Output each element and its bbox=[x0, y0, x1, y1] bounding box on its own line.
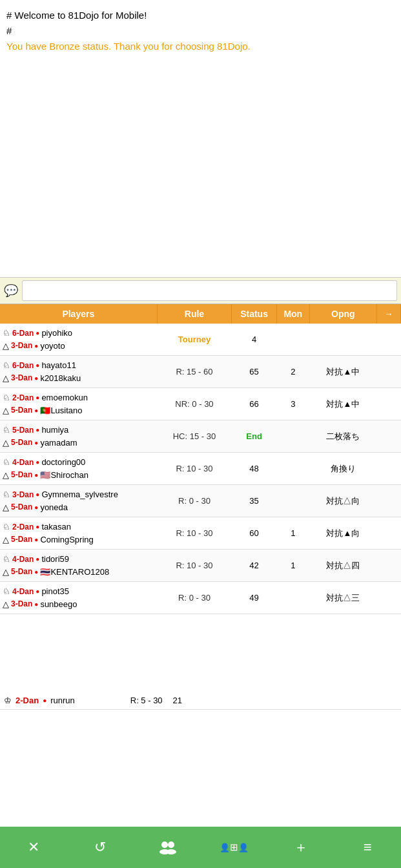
mon-cell bbox=[276, 420, 309, 453]
refresh-button[interactable]: ↺ bbox=[67, 827, 134, 868]
status-cell: 4 bbox=[232, 324, 276, 356]
col-status: Status bbox=[232, 304, 276, 324]
king-icon: ♘ bbox=[3, 521, 10, 533]
king-icon: ♘ bbox=[3, 553, 10, 566]
rule-cell: HC: 15 - 30 bbox=[157, 420, 232, 453]
table-row[interactable]: ♘3-Dan●Gymnema_sylvestre△5-Dan●yonedaR: … bbox=[0, 485, 401, 517]
opng-cell: 対抗△向 bbox=[309, 485, 376, 517]
opng-cell: 対抗△四 bbox=[309, 550, 376, 582]
mon-cell bbox=[276, 582, 309, 614]
king-icon: ♘ bbox=[3, 456, 10, 469]
status-cell: 42 bbox=[232, 550, 276, 582]
table-row[interactable]: ♘6-Dan●piyohiko△3-Dan●yoyotoTourney4 bbox=[0, 324, 401, 356]
king-hollow-icon: △ bbox=[3, 598, 9, 611]
table-row[interactable]: ♘2-Dan●takasan△5-Dan●ComingSpringR: 10 -… bbox=[0, 517, 401, 550]
mon-cell bbox=[276, 324, 309, 356]
rule-cell: R: 10 - 30 bbox=[157, 453, 232, 485]
welcome-line1: # Welcome to 81Dojo for Mobile! bbox=[6, 8, 395, 23]
king-hollow-icon: △ bbox=[3, 437, 9, 450]
users-button[interactable] bbox=[134, 827, 201, 868]
rule-cell: R: 0 - 30 bbox=[157, 485, 232, 517]
action-cell[interactable] bbox=[376, 356, 400, 388]
status-cell: 60 bbox=[232, 517, 276, 550]
message-area: # Welcome to 81Dojo for Mobile! # You ha… bbox=[0, 0, 401, 278]
action-cell[interactable] bbox=[376, 324, 400, 356]
opng-cell: 対抗△三 bbox=[309, 582, 376, 614]
col-mon: Mon bbox=[276, 304, 309, 324]
king-hollow-icon: △ bbox=[3, 501, 9, 514]
action-cell[interactable] bbox=[376, 453, 400, 485]
king-icon: ♘ bbox=[3, 585, 10, 598]
action-cell[interactable] bbox=[376, 485, 400, 517]
players-cell: ♘6-Dan●piyohiko△3-Dan●yoyoto bbox=[0, 324, 157, 356]
king-icon: ♘ bbox=[3, 359, 10, 372]
partial-rule: R: 5 - 30 bbox=[130, 696, 163, 705]
game-table: Players Rule Status Mon Opng → ♘6-Dan●pi… bbox=[0, 304, 401, 614]
opng-cell: 二枚落ち bbox=[309, 420, 376, 453]
king-hollow-icon: △ bbox=[3, 566, 9, 579]
players-cell: ♘4-Dan●doctoring00△5-Dan●🇺🇸Shirochan bbox=[0, 453, 157, 485]
mon-cell: 2 bbox=[276, 356, 309, 388]
status-cell: 66 bbox=[232, 388, 276, 420]
action-cell[interactable] bbox=[376, 517, 400, 550]
bottom-nav: ✕ ↺ 👤 ⊞ 👤 ＋ ≡ bbox=[0, 827, 401, 868]
mon-cell: 1 bbox=[276, 517, 309, 550]
rule-cell: R: 10 - 30 bbox=[157, 550, 232, 582]
table-row[interactable]: ♘6-Dan●hayato11△3-Dan●k2018kakuR: 15 - 6… bbox=[0, 356, 401, 388]
chat-input[interactable] bbox=[22, 280, 397, 301]
status-cell: 65 bbox=[232, 356, 276, 388]
status-cell: 35 bbox=[232, 485, 276, 517]
table-row[interactable]: ♘4-Dan●doctoring00△5-Dan●🇺🇸ShirochanR: 1… bbox=[0, 453, 401, 485]
chat-row: 💬 bbox=[0, 278, 401, 304]
status-message: You have Bronze status. Thank you for ch… bbox=[6, 39, 395, 54]
status-cell: 48 bbox=[232, 453, 276, 485]
players-cell: ♘6-Dan●hayato11△3-Dan●k2018kaku bbox=[0, 356, 157, 388]
action-cell[interactable] bbox=[376, 582, 400, 614]
opng-cell: 対抗▲向 bbox=[309, 517, 376, 550]
partial-dan: 2-Dan bbox=[15, 696, 39, 705]
king-hollow-icon: △ bbox=[3, 372, 9, 385]
table-row[interactable]: ♘5-Dan●humiya△5-Dan●yamadamHC: 15 - 30En… bbox=[0, 420, 401, 453]
partial-row: ♔ 2-Dan ● runrun R: 5 - 30 21 bbox=[0, 692, 401, 710]
opng-cell: 対抗▲中 bbox=[309, 356, 376, 388]
add-button[interactable]: ＋ bbox=[267, 827, 334, 868]
king-hollow-icon: △ bbox=[3, 404, 9, 417]
partial-name: runrun bbox=[50, 696, 75, 705]
players-cell: ♘5-Dan●humiya△5-Dan●yamadam bbox=[0, 420, 157, 453]
table-row[interactable]: ♘4-Dan●tidori59△5-Dan●🇹🇭KENTARO1208R: 10… bbox=[0, 550, 401, 582]
col-players: Players bbox=[0, 304, 157, 324]
menu-button[interactable]: ≡ bbox=[334, 827, 402, 868]
table-row[interactable]: ♘2-Dan●emoemokun△5-Dan●🇵🇹LusitanoNR: 0 -… bbox=[0, 388, 401, 420]
action-cell[interactable] bbox=[376, 550, 400, 582]
welcome-line2: # bbox=[6, 23, 395, 39]
king-hollow-icon: △ bbox=[3, 340, 9, 353]
close-button[interactable]: ✕ bbox=[0, 827, 67, 868]
chat-icon: 💬 bbox=[4, 284, 18, 298]
players-cell: ♘4-Dan●tidori59△5-Dan●🇹🇭KENTARO1208 bbox=[0, 550, 157, 582]
mon-cell bbox=[276, 485, 309, 517]
opng-cell bbox=[309, 324, 376, 356]
players-cell: ♘4-Dan●pinot35△3-Dan●sunbeego bbox=[0, 582, 157, 614]
partial-status: 21 bbox=[173, 696, 182, 705]
table-row[interactable]: ♘4-Dan●pinot35△3-Dan●sunbeegoR: 0 - 3049… bbox=[0, 582, 401, 614]
rule-cell: R: 0 - 30 bbox=[157, 582, 232, 614]
mon-cell: 1 bbox=[276, 550, 309, 582]
players-cell: ♘3-Dan●Gymnema_sylvestre△5-Dan●yoneda bbox=[0, 485, 157, 517]
rule-cell: R: 15 - 60 bbox=[157, 356, 232, 388]
rule-cell: Tourney bbox=[157, 324, 232, 356]
rule-cell: NR: 0 - 30 bbox=[157, 388, 232, 420]
status-cell: 49 bbox=[232, 582, 276, 614]
svg-point-3 bbox=[166, 849, 176, 854]
rule-cell: R: 10 - 30 bbox=[157, 517, 232, 550]
action-cell[interactable] bbox=[376, 388, 400, 420]
king-icon: ♘ bbox=[3, 488, 10, 501]
king-hollow-icon: △ bbox=[3, 533, 9, 546]
status-cell: End bbox=[232, 420, 276, 453]
col-opng: Opng bbox=[309, 304, 376, 324]
action-cell[interactable] bbox=[376, 420, 400, 453]
game-table-button[interactable]: 👤 ⊞ 👤 bbox=[201, 827, 268, 868]
king-icon: ♘ bbox=[3, 327, 10, 340]
col-rule: Rule bbox=[157, 304, 232, 324]
king-icon: ♘ bbox=[3, 424, 10, 437]
players-cell: ♘2-Dan●emoemokun△5-Dan●🇵🇹Lusitano bbox=[0, 388, 157, 420]
